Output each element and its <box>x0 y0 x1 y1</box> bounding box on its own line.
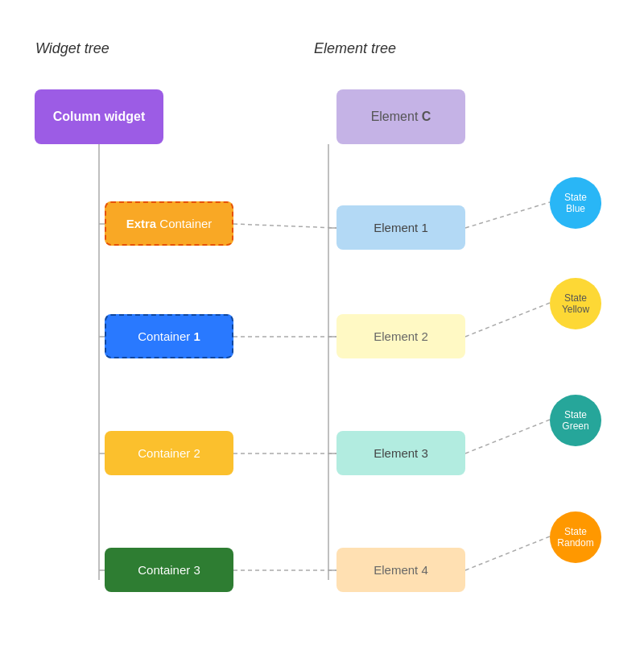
element-2-label: Element 2 <box>374 329 428 343</box>
svg-line-10 <box>233 224 336 228</box>
element-1-label: Element 1 <box>374 221 428 234</box>
element-1-node: Element 1 <box>336 205 465 250</box>
element-2-node: Element 2 <box>336 314 465 358</box>
svg-line-17 <box>465 536 550 570</box>
container-2-node: Container 2 <box>105 431 233 475</box>
extra-container-label: Extra Container <box>126 217 213 230</box>
state-blue-node: StateBlue <box>550 177 601 229</box>
element-tree-title: Element tree <box>314 40 396 57</box>
container-1-label: Container 1 <box>138 329 200 343</box>
container-2-label: Container 2 <box>138 446 200 460</box>
element-c-label: Element C <box>371 110 431 124</box>
element-4-node: Element 4 <box>336 548 465 592</box>
element-4-label: Element 4 <box>374 563 428 577</box>
container-3-label: Container 3 <box>138 563 200 577</box>
svg-line-14 <box>465 202 550 228</box>
diagram-container: Widget tree Element tree <box>0 0 644 646</box>
element-c-node: Element C <box>336 89 465 144</box>
container-1-node: Container 1 <box>105 314 233 358</box>
column-widget-node: Column widget <box>35 89 163 144</box>
extra-container-node: Extra Container <box>105 201 233 246</box>
state-random-node: StateRandom <box>550 511 601 563</box>
element-3-node: Element 3 <box>336 431 465 475</box>
state-green-node: StateGreen <box>550 395 601 446</box>
svg-line-16 <box>465 420 550 453</box>
widget-tree-title: Widget tree <box>35 40 109 57</box>
svg-line-15 <box>465 303 550 337</box>
container-3-node: Container 3 <box>105 548 233 592</box>
element-3-label: Element 3 <box>374 446 428 460</box>
column-widget-label: Column widget <box>53 110 146 124</box>
state-yellow-node: StateYellow <box>550 278 601 329</box>
